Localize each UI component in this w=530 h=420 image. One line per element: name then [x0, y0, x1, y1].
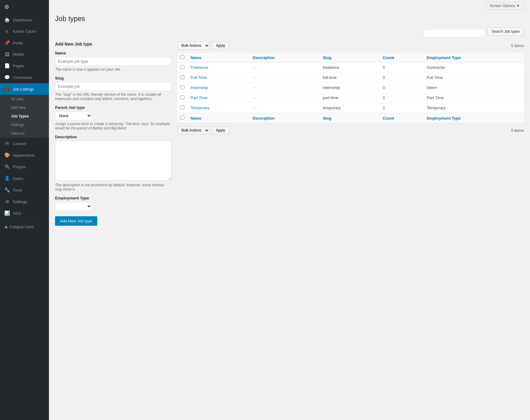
sidebar-label-tools: Tools: [13, 188, 22, 192]
slug-input[interactable]: [55, 82, 171, 91]
sidebar-label-kinsta: Kinsta Cache: [13, 29, 36, 34]
sidebar-logo: ⚙: [0, 0, 49, 14]
row-employment-type-1: Full Time: [424, 73, 524, 83]
row-count-1[interactable]: 0: [380, 73, 424, 83]
sidebar-sub-add-new[interactable]: Add New: [0, 103, 49, 112]
sidebar-item-tools[interactable]: 🔧 Tools: [0, 184, 49, 196]
bulk-actions-select-bottom[interactable]: Bulk Actions: [177, 126, 209, 134]
sidebar-sub-job-types[interactable]: Job Types: [0, 112, 49, 121]
main-content: Screen Options ▼ Job types Search Job ty…: [49, 0, 530, 420]
th-count[interactable]: Count: [380, 53, 424, 63]
tfoot-description: Description: [250, 113, 320, 123]
parent-field-group: Parent Job type None Assign a parent ter…: [55, 105, 171, 130]
search-job-types-button[interactable]: Search Job types: [487, 28, 524, 35]
tfoot-name[interactable]: Name: [187, 113, 250, 123]
items-count-bottom: 5 items: [511, 128, 524, 133]
tfoot-slug[interactable]: Slug: [320, 113, 380, 123]
kinsta-icon: K: [4, 29, 10, 34]
seo-icon: 📊: [4, 210, 10, 216]
row-count-4[interactable]: 0: [380, 103, 424, 113]
slug-hint: The "slug" is the URL-friendly version o…: [55, 92, 171, 101]
collapse-label: Collapse menu: [9, 225, 34, 229]
name-hint: The name is how it appears on your site.: [55, 67, 171, 72]
description-field-group: Description The description is not promi…: [55, 135, 171, 191]
users-icon: 👤: [4, 176, 10, 181]
topbar: Screen Options ▼: [49, 0, 530, 12]
sidebar-label-contact: Contact: [13, 141, 27, 146]
row-description-2: —: [250, 83, 320, 93]
apply-button-bottom[interactable]: Apply: [212, 127, 229, 134]
slug-field-group: Slug The "slug" is the URL-friendly vers…: [55, 76, 171, 101]
row-slug-0: freelance: [320, 63, 380, 73]
sidebar-item-seo[interactable]: 📊 SEO: [0, 207, 49, 219]
add-new-job-type-button[interactable]: Add New Job type: [55, 216, 97, 226]
name-field-group: Name The name is how it appears on your …: [55, 51, 171, 72]
row-slug-1: full-time: [320, 73, 380, 83]
comments-icon: 💬: [4, 75, 10, 80]
sidebar-item-posts[interactable]: 📌 Posts: [0, 37, 49, 49]
select-all-footer-checkbox[interactable]: [180, 116, 184, 120]
content-area: Job types Search Job types Add New Job t…: [49, 12, 530, 232]
contact-icon: ✉: [4, 141, 10, 146]
sidebar-label-job-listings: Job Listings: [13, 87, 34, 91]
search-bar: Search Job types: [55, 28, 524, 39]
row-name-0[interactable]: Freelance: [187, 63, 250, 73]
row-count-3[interactable]: 0: [380, 93, 424, 103]
row-checkbox-1[interactable]: [180, 75, 184, 79]
row-employment-type-3: Part Time: [424, 93, 524, 103]
th-employment-type: Employment Type: [424, 53, 524, 63]
main-layout: Add New Job type Name The name is how it…: [55, 42, 524, 226]
row-count-2[interactable]: 0: [380, 83, 424, 93]
row-description-4: —: [250, 103, 320, 113]
row-name-4[interactable]: Temporary: [187, 103, 250, 113]
row-employment-type-0: Contractor: [424, 63, 524, 73]
collapse-icon: ◀: [4, 225, 7, 229]
sidebar-sub-add-ons[interactable]: Add-ons: [0, 129, 49, 138]
select-all-checkbox[interactable]: [180, 55, 184, 59]
media-icon: 🖼: [4, 52, 10, 57]
settings-icon: ⚙: [4, 199, 10, 204]
row-name-1[interactable]: Full Time: [187, 73, 250, 83]
description-textarea[interactable]: [55, 141, 171, 180]
sidebar-item-users[interactable]: 👤 Users: [0, 173, 49, 184]
sidebar-item-settings[interactable]: ⚙ Settings: [0, 196, 49, 207]
sidebar-item-kinsta-cache[interactable]: K Kinsta Cache: [0, 26, 49, 37]
sidebar-sub-all-jobs[interactable]: All Jobs: [0, 95, 49, 103]
name-input[interactable]: [55, 57, 171, 66]
description-hint: The description is not prominent by defa…: [55, 183, 171, 191]
parent-select[interactable]: None: [55, 111, 92, 120]
row-checkbox-2[interactable]: [180, 85, 184, 89]
row-checkbox-4[interactable]: [180, 106, 184, 110]
sidebar-item-appearance[interactable]: 🎨 Appearance: [0, 149, 49, 161]
th-name[interactable]: Name: [187, 53, 250, 63]
row-name-2[interactable]: Internship: [187, 83, 250, 93]
row-checkbox-0[interactable]: [180, 65, 184, 69]
sidebar-item-pages[interactable]: 📄 Pages: [0, 60, 49, 72]
tfoot-count[interactable]: Count: [380, 113, 424, 123]
bulk-actions-select-top[interactable]: Bulk Actions: [177, 42, 209, 50]
row-name-3[interactable]: Part Time: [187, 93, 250, 103]
row-count-0[interactable]: 0: [380, 63, 424, 73]
row-checkbox-3[interactable]: [180, 95, 184, 99]
sidebar-item-contact[interactable]: ✉ Contact: [0, 138, 49, 149]
apply-button-top[interactable]: Apply: [212, 42, 229, 49]
collapse-menu-button[interactable]: ◀ Collapse menu: [0, 222, 49, 232]
table-header-row: Name Description Slug Count Employment T…: [177, 53, 524, 63]
employment-type-label: Employment Type: [55, 196, 171, 200]
row-slug-4: temporary: [320, 103, 380, 113]
search-input[interactable]: [424, 29, 485, 37]
row-description-1: —: [250, 73, 320, 83]
add-form-title: Add New Job type: [55, 42, 171, 46]
sidebar-item-plugins[interactable]: 🔌 Plugins: [0, 161, 49, 173]
sidebar-item-comments[interactable]: 💬 Comments: [0, 72, 49, 83]
screen-options-button[interactable]: Screen Options ▼: [486, 2, 524, 10]
sidebar-item-dashboard[interactable]: 🏠 Dashboard: [0, 14, 49, 26]
employment-type-select[interactable]: [55, 202, 92, 211]
sidebar-label-plugins: Plugins: [13, 165, 26, 169]
sidebar-item-media[interactable]: 🖼 Media: [0, 49, 49, 60]
sidebar-sub-settings[interactable]: Settings: [0, 121, 49, 129]
sidebar-label-users: Users: [13, 176, 23, 181]
sidebar-item-job-listings[interactable]: 💼 Job Listings: [0, 83, 49, 95]
table-row: Internship — internship 0 Intern: [177, 83, 524, 93]
th-slug[interactable]: Slug: [320, 53, 380, 63]
